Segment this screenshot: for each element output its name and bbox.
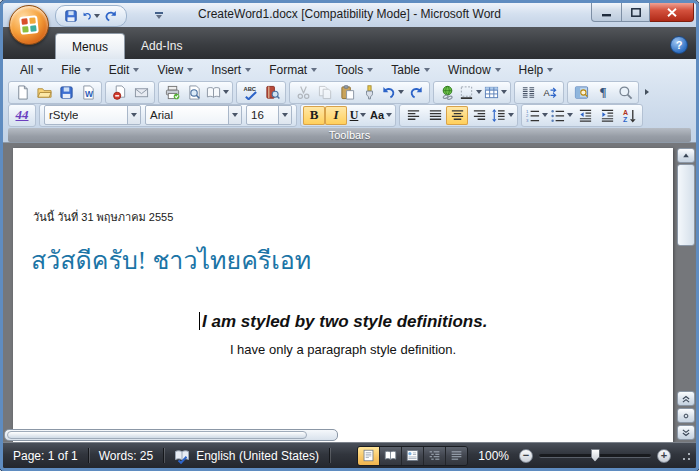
bold-button[interactable]: B bbox=[303, 106, 325, 125]
text-direction-button[interactable] bbox=[539, 83, 561, 102]
zoom-magnifier-button[interactable] bbox=[614, 83, 636, 102]
email-envelope-button[interactable] bbox=[130, 83, 152, 102]
align-left-button[interactable] bbox=[402, 106, 424, 125]
page-indicator[interactable]: Page: 1 of 1 bbox=[3, 449, 88, 463]
spelling-check-button[interactable] bbox=[239, 83, 261, 102]
document-map-button[interactable] bbox=[570, 83, 592, 102]
close-document-button[interactable] bbox=[108, 83, 130, 102]
chevron-down-icon[interactable] bbox=[501, 90, 507, 94]
select-browse-object-icon[interactable] bbox=[677, 408, 695, 423]
paste-clipboard-button[interactable] bbox=[336, 83, 358, 102]
chevron-down-icon[interactable] bbox=[386, 113, 392, 117]
align-center-button[interactable] bbox=[446, 106, 468, 125]
increase-indent-button[interactable] bbox=[596, 106, 618, 125]
justify-button[interactable] bbox=[424, 106, 446, 125]
chevron-down-icon[interactable] bbox=[360, 113, 366, 117]
language-indicator[interactable]: English (United States) bbox=[164, 448, 329, 464]
doc-plain-line: I have only a paragraph style definition… bbox=[13, 342, 673, 357]
styles-and-formatting-button[interactable]: 44 bbox=[11, 106, 33, 125]
maximize-button[interactable] bbox=[622, 3, 650, 22]
zoom-out-button[interactable]: − bbox=[519, 449, 533, 463]
next-page-icon[interactable] bbox=[677, 425, 695, 440]
chevron-down-icon[interactable] bbox=[508, 113, 514, 117]
tab-add-ins[interactable]: Add-Ins bbox=[125, 33, 198, 59]
align-right-button[interactable] bbox=[468, 106, 490, 125]
text-direction-icon bbox=[543, 85, 558, 100]
word-document-button[interactable] bbox=[77, 83, 99, 102]
bulleted-list-button[interactable] bbox=[549, 106, 574, 125]
fullscreen-reading-view-button[interactable] bbox=[379, 447, 401, 465]
chevron-down-icon[interactable] bbox=[228, 106, 241, 124]
sort-az-button[interactable] bbox=[618, 106, 640, 125]
line-spacing-button[interactable] bbox=[490, 106, 515, 125]
tab-menus[interactable]: Menus bbox=[55, 33, 125, 59]
chevron-down-icon[interactable] bbox=[127, 106, 140, 124]
draft-view-button[interactable] bbox=[445, 447, 467, 465]
menu-tools[interactable]: Tools bbox=[327, 61, 381, 79]
office-button[interactable] bbox=[9, 5, 49, 45]
zoom-magnifier-icon bbox=[618, 85, 633, 100]
zoom-slider-thumb[interactable] bbox=[591, 449, 600, 462]
vertical-scroll-thumb[interactable] bbox=[677, 164, 695, 246]
format-painter-button[interactable] bbox=[358, 83, 380, 102]
open-folder-button[interactable] bbox=[33, 83, 55, 102]
columns-button[interactable] bbox=[517, 83, 539, 102]
outline-view-button[interactable] bbox=[423, 447, 445, 465]
vertical-scrollbar[interactable] bbox=[677, 148, 695, 441]
menu-all[interactable]: All bbox=[12, 61, 51, 79]
reading-book-button[interactable] bbox=[205, 83, 230, 102]
zoom-slider[interactable] bbox=[539, 449, 651, 463]
document-page[interactable]: วันนี้ วันที่ 31 พฤษภาคม 2555 สวัสดีครับ… bbox=[13, 148, 673, 442]
toolbar-overflow-button[interactable] bbox=[643, 85, 651, 99]
chevron-down-icon[interactable] bbox=[398, 90, 404, 94]
zoom-in-button[interactable]: + bbox=[657, 449, 671, 463]
font-combo[interactable]: Arial bbox=[145, 105, 242, 125]
research-book-button[interactable] bbox=[261, 83, 283, 102]
insert-table-button[interactable] bbox=[483, 83, 508, 102]
undo-button[interactable] bbox=[380, 83, 405, 102]
numbered-list-button[interactable] bbox=[524, 106, 549, 125]
show-hide-pilcrow-button[interactable]: ¶ bbox=[592, 83, 614, 102]
change-case-button[interactable]: Aa bbox=[369, 106, 393, 125]
decrease-indent-button[interactable] bbox=[574, 106, 596, 125]
menu-file[interactable]: File bbox=[53, 61, 98, 79]
menu-bar: AllFileEditViewInsertFormatToolsTableWin… bbox=[8, 59, 691, 80]
menu-window[interactable]: Window bbox=[440, 61, 509, 79]
chevron-down-icon[interactable] bbox=[567, 113, 573, 117]
save-button[interactable] bbox=[55, 83, 77, 102]
resize-grip[interactable] bbox=[679, 449, 692, 462]
chevron-down-icon[interactable] bbox=[542, 113, 548, 117]
italic-button[interactable]: I bbox=[325, 106, 347, 125]
hyperlink-globe-button[interactable] bbox=[436, 83, 458, 102]
chevron-down-icon[interactable] bbox=[278, 106, 291, 124]
close-button[interactable] bbox=[650, 3, 694, 22]
print-preview-button[interactable] bbox=[183, 83, 205, 102]
word-count[interactable]: Words: 25 bbox=[89, 449, 163, 463]
horizontal-scrollbar[interactable] bbox=[4, 429, 338, 441]
copy-button[interactable] bbox=[314, 83, 336, 102]
web-layout-view-button[interactable] bbox=[401, 447, 423, 465]
help-icon[interactable]: ? bbox=[670, 36, 688, 54]
cut-scissors-button[interactable] bbox=[292, 83, 314, 102]
chevron-down-icon[interactable] bbox=[223, 90, 229, 94]
menu-help[interactable]: Help bbox=[511, 61, 562, 79]
new-document-button[interactable] bbox=[11, 83, 33, 102]
redo-button[interactable] bbox=[405, 83, 427, 102]
minimize-button[interactable] bbox=[591, 3, 622, 22]
underline-button[interactable]: U bbox=[347, 106, 369, 125]
menu-view[interactable]: View bbox=[149, 61, 201, 79]
borders-button[interactable] bbox=[458, 83, 483, 102]
menu-insert[interactable]: Insert bbox=[203, 61, 259, 79]
menu-edit[interactable]: Edit bbox=[101, 61, 148, 79]
scroll-up-icon[interactable] bbox=[677, 148, 695, 163]
chevron-down-icon[interactable] bbox=[476, 90, 482, 94]
previous-page-icon[interactable] bbox=[677, 391, 695, 406]
print-layout-view-button[interactable] bbox=[358, 447, 379, 465]
style-combo[interactable]: rStyle bbox=[44, 105, 141, 125]
horizontal-scroll-thumb[interactable] bbox=[7, 431, 307, 439]
menu-table[interactable]: Table bbox=[383, 61, 438, 79]
print-button[interactable] bbox=[161, 83, 183, 102]
font-size-combo[interactable]: 16 bbox=[246, 105, 292, 125]
zoom-level[interactable]: 100% bbox=[474, 449, 513, 463]
menu-format[interactable]: Format bbox=[261, 61, 325, 79]
